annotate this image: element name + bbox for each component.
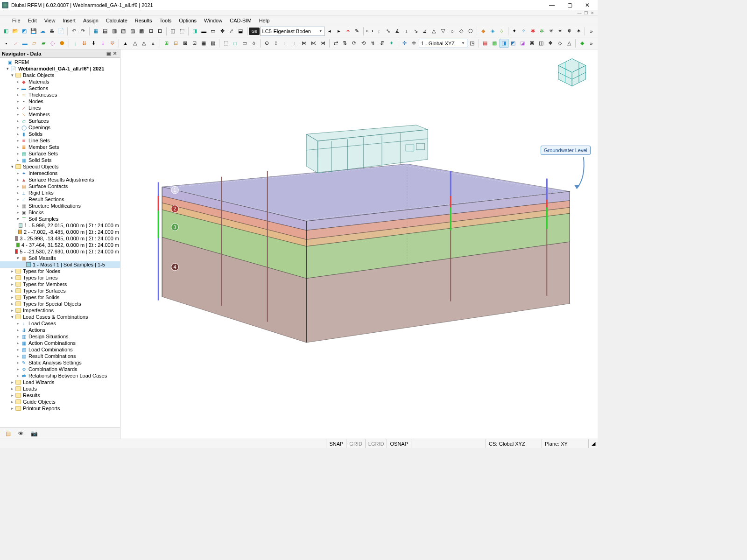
tree-item[interactable]: ▸Load Wizards [0, 379, 120, 385]
tree-special-objects[interactable]: ▾Special Objects [0, 163, 120, 170]
disp1-icon[interactable]: ▦ [481, 39, 490, 48]
panel-close-icon[interactable]: ✕ [112, 50, 118, 57]
tr6-icon[interactable]: ⇵ [378, 39, 387, 48]
sel1-icon[interactable]: ⬚ [221, 39, 230, 48]
set-icon[interactable]: ⬢ [58, 39, 67, 48]
pan-icon[interactable]: ✥ [218, 27, 227, 36]
disp10-icon[interactable]: △ [564, 39, 573, 48]
tree-item[interactable]: ▸▥Design Situations [0, 333, 120, 340]
line-icon[interactable]: ⟋ [11, 39, 20, 48]
disp6-icon[interactable]: ⌘ [528, 39, 536, 48]
load5-icon[interactable]: ⟱ [108, 39, 117, 48]
sel2-icon[interactable]: □ [231, 39, 240, 48]
render1-icon[interactable]: ◆ [479, 27, 488, 36]
tree-item[interactable]: ▸▧Load Combinations [0, 346, 120, 353]
overflow-icon[interactable]: » [587, 27, 596, 36]
tr1-icon[interactable]: ⇄ [331, 39, 340, 48]
status-osnap[interactable]: OSNAP [387, 439, 411, 448]
ortho-icon[interactable]: ▭ [209, 27, 218, 36]
dim2-icon[interactable]: ↕ [375, 27, 384, 36]
minimize-button[interactable]: — [543, 0, 560, 10]
new-icon[interactable]: ◧ [2, 27, 11, 36]
tree-item[interactable]: ▸▦Structure Modifications [0, 203, 120, 209]
save-icon[interactable]: 💾 [29, 27, 38, 36]
tree-lcc[interactable]: ▾Load Cases & Combinations [0, 314, 120, 320]
load4-icon[interactable]: ⇣ [99, 39, 107, 48]
member-icon[interactable]: ▬ [21, 39, 29, 48]
maximize-button[interactable]: ▢ [561, 0, 578, 10]
snap4-icon[interactable]: ⟂ [290, 39, 299, 48]
tree-item[interactable]: ▸▦Action Combinations [0, 340, 120, 346]
axis6-icon[interactable]: ✴ [556, 27, 565, 36]
tree-item[interactable]: ▸≡Thicknesses [0, 91, 120, 98]
tree-item[interactable]: ▸⟂Rigid Links [0, 189, 120, 196]
tree-soil-sample[interactable]: 2 - -7.002, -8.485, 0.000 m | Σt : 24.00… [0, 229, 120, 235]
node-icon[interactable]: • [2, 39, 11, 48]
panel-float-icon[interactable]: ▣ [105, 50, 112, 57]
footer-data-icon[interactable]: ▤ [3, 429, 13, 438]
tree-item[interactable]: ▸◯Openings [0, 124, 120, 131]
mesh5-icon[interactable]: ▦ [199, 39, 208, 48]
dim4-icon[interactable]: ∡ [393, 27, 402, 36]
opening-icon[interactable]: ◌ [49, 39, 57, 48]
nav-icon[interactable]: ▥ [110, 27, 119, 36]
tree-item[interactable]: ▸Printout Reports [0, 405, 120, 412]
support1-icon[interactable]: ▲ [121, 39, 130, 48]
snap5-icon[interactable]: ⋈ [300, 39, 309, 48]
tree-imperfections[interactable]: ▸Imperfections [0, 307, 120, 314]
props-icon[interactable]: ⊞ [147, 27, 155, 36]
tree-item[interactable]: ▸⟋Result Sections [0, 196, 120, 203]
solid-icon[interactable]: ▰ [39, 39, 48, 48]
view1-icon[interactable]: ◫ [169, 27, 177, 36]
tree-model[interactable]: ▾📄Webinarmodell_GA-1_all.rf6* | 2021 [0, 65, 120, 72]
mesh3-icon[interactable]: ⊠ [181, 39, 190, 48]
axis7-icon[interactable]: ✵ [565, 27, 574, 36]
mesh2-icon[interactable]: ⊟ [171, 39, 180, 48]
report-icon[interactable]: 📄 [57, 27, 66, 36]
tree-item[interactable]: ▸Types for Nodes [0, 268, 120, 274]
save-cloud-icon[interactable]: ☁ [38, 27, 47, 36]
tree-item[interactable]: ▸⚙Combination Wizards [0, 366, 120, 372]
zoom-icon[interactable]: ⤢ [227, 27, 236, 36]
tree-item[interactable]: ▸⇊Actions [0, 327, 120, 333]
snap3-icon[interactable]: ∟ [281, 39, 290, 48]
dim-icon[interactable]: ⟷ [366, 27, 374, 36]
table-icon[interactable]: ▦ [92, 27, 100, 36]
mdi-restore-button[interactable]: — [576, 11, 583, 15]
grid-icon[interactable]: ▤ [101, 27, 110, 36]
tree-item[interactable]: ▸▬Sections [0, 85, 120, 91]
open-icon[interactable]: 📂 [11, 27, 20, 36]
tree-item[interactable]: ▸⟋Lines [0, 105, 120, 111]
tree-item[interactable]: ▸▤Surface Sets [0, 150, 120, 157]
dim11-icon[interactable]: ◇ [457, 27, 466, 36]
tree-item[interactable]: ▸▮Solids [0, 131, 120, 137]
load1-icon[interactable]: ↓ [71, 39, 80, 48]
tree-item[interactable]: ▸Loads [0, 385, 120, 392]
snap1-icon[interactable]: ⊙ [262, 39, 271, 48]
layers-icon[interactable]: ⊟ [155, 27, 164, 36]
tree-item[interactable]: ▸⇄Relationship Between Load Cases [0, 372, 120, 379]
tree-root[interactable]: ▣RFEM [0, 59, 120, 65]
status-resize-grip[interactable]: ◢ [588, 439, 598, 448]
lc-edit-icon[interactable]: ✎ [352, 27, 361, 36]
tree-item[interactable]: ▸Types for Lines [0, 274, 120, 281]
dim12-icon[interactable]: ⬡ [466, 27, 475, 36]
tree-item[interactable]: ▸Types for Special Objects [0, 301, 120, 307]
footer-view-icon[interactable]: 👁 [16, 429, 26, 438]
tr2-icon[interactable]: ⇅ [341, 39, 350, 48]
tr7-icon[interactable]: ✦ [387, 39, 396, 48]
sel3-icon[interactable]: ▭ [240, 39, 249, 48]
tree-item[interactable]: ▸↓Load Cases [0, 320, 120, 327]
prev-lc-icon[interactable]: ◂ [325, 27, 334, 36]
menu-options[interactable]: Options [175, 17, 200, 24]
axis4-icon[interactable]: ✲ [537, 27, 546, 36]
mdi-max-button[interactable]: ❐ [583, 11, 589, 15]
disp2-icon[interactable]: ▩ [490, 39, 499, 48]
dim6-icon[interactable]: ↘ [411, 27, 420, 36]
snap6-icon[interactable]: ⋉ [309, 39, 318, 48]
zoomfit-icon[interactable]: ⬓ [236, 27, 245, 36]
overflow2-icon[interactable]: » [587, 39, 596, 48]
plane-icon[interactable]: ◳ [468, 39, 477, 48]
tree-soil-sample[interactable]: 3 - 25.998, -13.485, 0.000 m | Σt : 24.0… [0, 235, 120, 242]
menu-window[interactable]: Window [200, 17, 226, 24]
